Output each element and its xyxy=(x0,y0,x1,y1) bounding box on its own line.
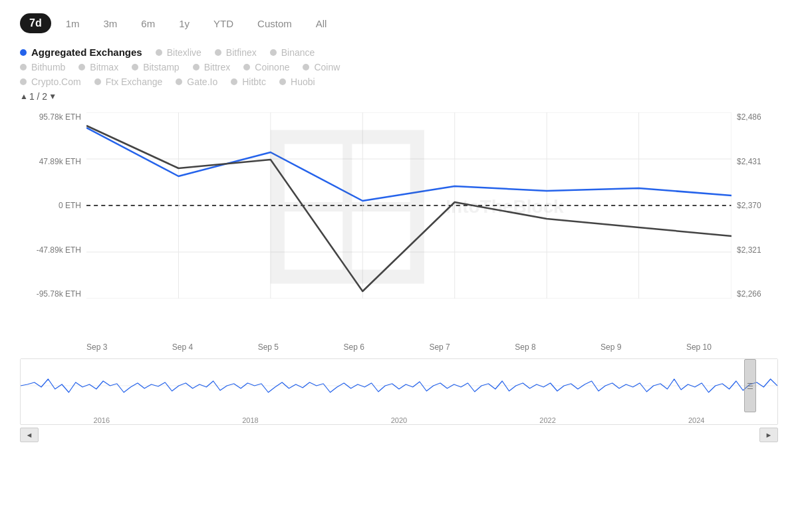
y-axis-left-label: 0 ETH xyxy=(20,201,81,210)
mini-chart-svg xyxy=(21,359,777,412)
x-axis-label: Sep 8 xyxy=(515,342,535,352)
y-axis-right-label: $2,266 xyxy=(737,289,778,299)
legend-item-coinw[interactable]: Coinw xyxy=(303,62,340,72)
legend-label: Bitexlive xyxy=(167,47,201,58)
mini-x-axis: 20162018202020222024 xyxy=(21,415,777,426)
legend-label: Crypto.Com xyxy=(31,76,81,87)
x-axis-label: Sep 5 xyxy=(258,342,279,352)
legend-dot xyxy=(231,78,237,85)
time-btn-ytd[interactable]: YTD xyxy=(204,14,243,33)
chart-svg-container[interactable]: IntoTheBlock xyxy=(86,112,732,338)
x-axis-label: Sep 6 xyxy=(344,342,364,352)
time-range-selector: 7d1m3m6m1yYTDCustomAll xyxy=(20,13,778,33)
pagination: ▲ 1 / 2 ▼ xyxy=(20,91,778,102)
legend-dot xyxy=(20,78,27,85)
time-btn-7d[interactable]: 7d xyxy=(20,13,51,33)
legend-dot xyxy=(270,49,277,56)
y-axis-left: 95.78k ETH47.89k ETH0 ETH-47.89k ETH-95.… xyxy=(20,112,86,299)
legend-item-coinone[interactable]: Coinone xyxy=(243,62,289,72)
nav-handle[interactable] xyxy=(744,359,756,412)
legend-dot xyxy=(215,49,221,56)
handle-line-3 xyxy=(747,388,753,389)
y-axis-right-label: $2,431 xyxy=(737,157,778,166)
legend-item-ftx-exchange[interactable]: Ftx Exchange xyxy=(94,76,163,87)
y-axis-right-label: $2,486 xyxy=(737,112,778,122)
legend-row: Aggregated ExchangesBitexliveBitfinexBin… xyxy=(20,47,778,58)
time-btn-6m[interactable]: 6m xyxy=(132,14,164,33)
nav-left-button[interactable]: ◄ xyxy=(20,428,39,442)
mini-x-axis-label: 2016 xyxy=(94,416,110,424)
page-up-arrow[interactable]: ▲ xyxy=(20,92,28,101)
y-axis-left-label: -47.89k ETH xyxy=(20,245,81,255)
legend-item-bitstamp[interactable]: Bitstamp xyxy=(132,62,179,72)
legend-item-bitfinex[interactable]: Bitfinex xyxy=(215,47,257,58)
legend-dot xyxy=(243,64,250,70)
legend-item-bithumb[interactable]: Bithumb xyxy=(20,62,65,72)
legend-dot xyxy=(20,64,27,70)
legend-label: Bitmax xyxy=(90,62,118,72)
y-axis-left-label: 47.89k ETH xyxy=(20,157,81,166)
y-axis-right: $2,486$2,431$2,370$2,321$2,266 xyxy=(732,112,778,299)
legend-label: Bitstamp xyxy=(143,62,179,72)
page-down-arrow[interactable]: ▼ xyxy=(49,92,57,101)
legend-label: Bitfinex xyxy=(226,47,257,58)
legend-item-bitmax[interactable]: Bitmax xyxy=(78,62,118,72)
legend-dot xyxy=(193,64,200,70)
time-btn-3m[interactable]: 3m xyxy=(94,14,127,33)
legend-label: Binance xyxy=(281,47,315,58)
time-btn-1y[interactable]: 1y xyxy=(170,14,199,33)
time-btn-custom[interactable]: Custom xyxy=(248,14,301,33)
main-container: 7d1m3m6m1yYTDCustomAll Aggregated Exchan… xyxy=(0,0,798,532)
time-btn-1m[interactable]: 1m xyxy=(57,14,89,33)
legend-dot xyxy=(176,78,182,85)
legend-label: Bithumb xyxy=(31,62,65,72)
y-axis-right-label: $2,321 xyxy=(737,245,778,255)
legend-label: Aggregated Exchanges xyxy=(31,47,142,58)
y-axis-right-label: $2,370 xyxy=(737,201,778,210)
chart-svg xyxy=(86,112,732,299)
legend-label: Huobi xyxy=(291,76,315,87)
mini-x-axis-label: 2018 xyxy=(242,416,258,424)
legend-label: Coinw xyxy=(314,62,340,72)
nav-right-button[interactable]: ► xyxy=(759,428,778,442)
legend-dot xyxy=(303,64,309,70)
main-chart: 95.78k ETH47.89k ETH0 ETH-47.89k ETH-95.… xyxy=(20,112,778,338)
legend-row: BithumbBitmaxBitstampBittrexCoinoneCoinw xyxy=(20,62,778,72)
legend-item-aggregated-exchanges[interactable]: Aggregated Exchanges xyxy=(20,47,142,58)
handle-line-2 xyxy=(747,386,753,386)
time-btn-all[interactable]: All xyxy=(307,14,336,33)
mini-chart[interactable]: 20162018202020222024 xyxy=(20,358,778,425)
nav-handle-lines xyxy=(747,383,753,389)
legend-item-hitbtc[interactable]: Hitbtc xyxy=(231,76,266,87)
mini-x-axis-label: 2020 xyxy=(391,416,407,424)
legend-item-crypto.com[interactable]: Crypto.Com xyxy=(20,76,81,87)
legend-item-gate.io[interactable]: Gate.Io xyxy=(176,76,217,87)
legend-label: Bittrex xyxy=(204,62,231,72)
legend-label: Gate.Io xyxy=(187,76,217,87)
legend-dot xyxy=(94,78,101,85)
legend-dot xyxy=(156,49,162,56)
legend-item-bittrex[interactable]: Bittrex xyxy=(193,62,231,72)
legend-row: Crypto.ComFtx ExchangeGate.IoHitbtcHuobi xyxy=(20,76,778,87)
x-axis-label: Sep 3 xyxy=(86,342,107,352)
handle-line-1 xyxy=(747,383,753,384)
mini-x-axis-label: 2024 xyxy=(688,416,704,424)
x-axis-label: Sep 9 xyxy=(600,342,621,352)
legend-item-huobi[interactable]: Huobi xyxy=(279,76,315,87)
legend: Aggregated ExchangesBitexliveBitfinexBin… xyxy=(20,47,778,87)
page-current: 1 / 2 xyxy=(29,91,47,102)
legend-dot xyxy=(132,64,138,70)
legend-label: Hitbtc xyxy=(242,76,266,87)
y-axis-left-label: -95.78k ETH xyxy=(20,289,81,299)
y-axis-left-label: 95.78k ETH xyxy=(20,112,81,122)
legend-dot xyxy=(78,64,85,70)
x-axis-label: Sep 10 xyxy=(686,342,712,352)
nav-controls: ◄ ► xyxy=(20,425,778,442)
legend-item-binance[interactable]: Binance xyxy=(270,47,315,58)
legend-label: Coinone xyxy=(255,62,289,72)
x-axis-label: Sep 7 xyxy=(429,342,450,352)
mini-x-axis-label: 2022 xyxy=(539,416,555,424)
legend-dot xyxy=(279,78,286,85)
legend-item-bitexlive[interactable]: Bitexlive xyxy=(156,47,201,58)
legend-label: Ftx Exchange xyxy=(106,76,163,87)
